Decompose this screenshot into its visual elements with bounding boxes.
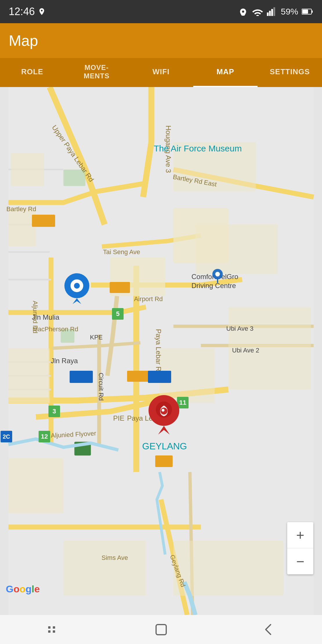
- status-bar: 12:46 59%: [0, 0, 322, 23]
- svg-rect-39: [48, 626, 50, 629]
- bottom-nav: [0, 615, 322, 644]
- tab-role[interactable]: ROLE: [0, 58, 64, 87]
- svg-rect-6: [302, 10, 308, 14]
- tab-movements[interactable]: MOVE-MENTS: [64, 58, 129, 87]
- svg-rect-15: [63, 169, 85, 186]
- svg-rect-41: [48, 630, 50, 633]
- road-badge-12: 12: [39, 431, 50, 442]
- blue-location-pin: [64, 273, 90, 306]
- status-time: 12:46: [9, 6, 46, 18]
- svg-rect-29: [173, 541, 283, 596]
- road-badge-2c: 2C: [1, 431, 12, 442]
- nav-tabs: ROLE MOVE-MENTS WIFI MAP SETTINGS: [0, 58, 322, 87]
- blue-block-1: [70, 371, 93, 383]
- svg-rect-16: [61, 329, 74, 343]
- tab-map[interactable]: MAP: [193, 58, 258, 87]
- blue-block-2: [148, 371, 171, 383]
- svg-rect-24: [8, 348, 50, 404]
- road-badge-3: 3: [48, 406, 60, 417]
- tab-wifi[interactable]: WIFI: [129, 58, 193, 87]
- red-location-pin: [148, 395, 180, 436]
- svg-rect-40: [53, 626, 55, 629]
- bottom-nav-menu[interactable]: [45, 621, 62, 638]
- orange-block-1: [32, 215, 55, 227]
- map-container[interactable]: Upper Paya Lebar Rd Bartley Rd Bartley R…: [0, 87, 322, 615]
- svg-rect-43: [156, 625, 166, 635]
- svg-rect-26: [228, 307, 311, 389]
- status-right-icons: 59%: [238, 7, 313, 17]
- zoom-controls: + −: [287, 522, 313, 574]
- location-active-icon: [238, 8, 248, 16]
- svg-rect-0: [267, 12, 269, 16]
- svg-rect-22: [195, 225, 278, 274]
- svg-point-38: [162, 409, 164, 412]
- bottom-nav-back[interactable]: [260, 621, 277, 638]
- svg-rect-23: [173, 142, 256, 192]
- battery-percentage: 59%: [281, 7, 298, 17]
- app-title: Map: [9, 32, 38, 49]
- svg-point-34: [74, 283, 80, 289]
- signal-icon: [267, 7, 277, 16]
- tab-settings[interactable]: SETTINGS: [258, 58, 322, 87]
- battery-icon: [302, 8, 313, 15]
- svg-rect-1: [269, 11, 271, 16]
- svg-rect-18: [11, 153, 44, 186]
- orange-block-4: [155, 455, 173, 467]
- app-bar: Map: [0, 23, 322, 58]
- map-background: [0, 87, 322, 615]
- svg-rect-5: [312, 10, 313, 13]
- svg-rect-27: [8, 458, 64, 513]
- svg-rect-2: [271, 9, 273, 16]
- road-badge-5: 5: [112, 308, 124, 320]
- comfortdelgro-pin: [212, 268, 223, 284]
- zoom-out-button[interactable]: −: [287, 548, 313, 574]
- bottom-nav-home[interactable]: [152, 621, 170, 638]
- svg-rect-3: [273, 7, 275, 16]
- location-icon: [38, 8, 46, 16]
- orange-block-2: [110, 282, 130, 293]
- wifi-icon: [252, 7, 263, 16]
- svg-rect-19: [8, 208, 36, 247]
- google-logo: Google: [6, 583, 40, 595]
- zoom-in-button[interactable]: +: [287, 522, 313, 548]
- svg-rect-42: [53, 630, 55, 633]
- svg-point-31: [215, 272, 220, 276]
- svg-rect-28: [63, 541, 146, 596]
